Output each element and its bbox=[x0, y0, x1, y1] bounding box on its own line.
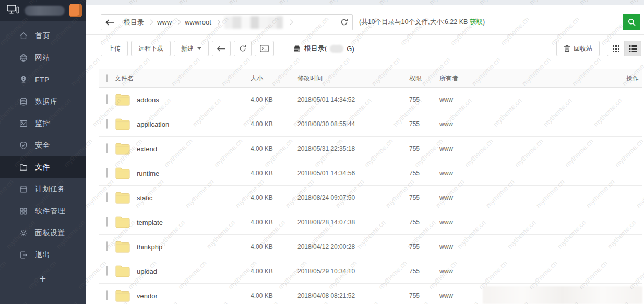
remote-download-button[interactable]: 远程下载 bbox=[131, 41, 171, 56]
row-checkbox[interactable] bbox=[106, 266, 108, 276]
upload-button[interactable]: 上传 bbox=[101, 41, 128, 56]
folder-icon bbox=[115, 289, 130, 302]
file-name[interactable]: extend bbox=[137, 145, 157, 153]
sidebar-item-security[interactable]: 安全 bbox=[0, 135, 86, 156]
table-row[interactable]: static 4.00 KB 2018/08/24 09:07:50 755 w… bbox=[99, 186, 642, 210]
table-row[interactable]: upload 4.00 KB 2018/05/29 10:34:10 755 w… bbox=[99, 259, 642, 284]
file-name[interactable]: runtime bbox=[137, 169, 159, 177]
new-dropdown-button[interactable]: 新建 bbox=[174, 41, 209, 56]
root-disk-label[interactable]: 根目录(G) bbox=[293, 44, 354, 53]
root-label-suffix: G) bbox=[347, 45, 354, 53]
col-header-perm[interactable]: 权限 bbox=[409, 74, 439, 83]
file-perm[interactable]: 755 bbox=[409, 243, 439, 250]
root-label-prefix: 根目录( bbox=[304, 44, 327, 53]
file-mtime: 2018/04/12 20:00:28 bbox=[297, 243, 409, 250]
table-row[interactable]: thinkphp 4.00 KB 2018/04/12 20:00:28 755… bbox=[99, 235, 642, 259]
sidebar-item-logout[interactable]: 退出 bbox=[0, 244, 86, 266]
file-perm[interactable]: 755 bbox=[409, 120, 439, 128]
file-owner: www bbox=[439, 96, 611, 103]
row-checkbox[interactable] bbox=[106, 290, 108, 300]
sidebar-item-database[interactable]: 数据库 bbox=[0, 91, 86, 113]
row-checkbox[interactable] bbox=[106, 217, 108, 227]
folder-icon bbox=[115, 191, 130, 204]
sidebar-item-home[interactable]: 首页 bbox=[0, 25, 86, 47]
logout-icon bbox=[19, 250, 28, 260]
row-checkbox[interactable] bbox=[106, 94, 108, 104]
file-size: 4.00 KB bbox=[251, 218, 297, 226]
breadcrumb-wwwroot[interactable]: wwwroot bbox=[185, 18, 211, 26]
file-perm[interactable]: 755 bbox=[409, 96, 439, 103]
file-perm[interactable]: 755 bbox=[409, 267, 439, 275]
col-header-mtime[interactable]: 修改时间 bbox=[297, 74, 409, 83]
stats-get-link[interactable]: 获取 bbox=[470, 18, 483, 26]
grid-view-button[interactable] bbox=[607, 41, 624, 56]
list-view-button[interactable] bbox=[624, 41, 641, 56]
terminal-icon bbox=[260, 45, 269, 52]
back-button[interactable] bbox=[212, 41, 231, 56]
row-checkbox[interactable] bbox=[106, 143, 108, 153]
trash-icon bbox=[564, 45, 570, 52]
file-perm[interactable]: 755 bbox=[409, 145, 439, 152]
brand-logo[interactable] bbox=[69, 4, 82, 17]
recycle-label: 回收站 bbox=[574, 44, 592, 53]
folder-icon bbox=[115, 216, 130, 229]
terminal-button[interactable] bbox=[255, 41, 274, 56]
file-name[interactable]: static bbox=[137, 194, 152, 202]
stats-text: (共10个目录与10个文件,大小:6.22 KB bbox=[359, 18, 470, 26]
sidebar-nav: 首页 网站 FTP 数据库 监控 安全 bbox=[0, 21, 86, 266]
file-perm[interactable]: 755 bbox=[409, 194, 439, 201]
file-owner: www bbox=[439, 267, 611, 275]
search-input[interactable] bbox=[495, 14, 623, 30]
file-name[interactable]: addons bbox=[137, 96, 159, 104]
search-button[interactable] bbox=[623, 14, 640, 30]
col-header-size[interactable]: 大小 bbox=[251, 74, 297, 83]
table-row[interactable]: runtime 4.00 KB 2018/05/01 14:34:56 755 … bbox=[99, 161, 642, 186]
file-name[interactable]: upload bbox=[137, 267, 157, 275]
table-row[interactable]: extend 4.00 KB 2018/05/31 22:35:18 755 w… bbox=[99, 137, 642, 161]
sidebar-item-files[interactable]: 文件 bbox=[0, 156, 86, 178]
table-row[interactable]: addons 4.00 KB 2018/05/01 14:34:52 755 w… bbox=[99, 88, 642, 112]
breadcrumb-items: 根目录 www wwwroot bbox=[118, 15, 336, 30]
breadcrumb-back-button[interactable] bbox=[101, 15, 118, 30]
file-perm[interactable]: 755 bbox=[409, 218, 439, 226]
row-checkbox[interactable] bbox=[106, 119, 108, 129]
file-name[interactable]: template bbox=[137, 218, 163, 226]
row-checkbox[interactable] bbox=[106, 192, 108, 202]
main-content: 根目录 www wwwroot (共10个目录与10个文件,大小:6.22 KB… bbox=[86, 0, 644, 304]
recycle-bin-button[interactable]: 回收站 bbox=[556, 41, 600, 56]
refresh-button[interactable] bbox=[234, 41, 252, 56]
dir-stats: (共10个目录与10个文件,大小:6.22 KB 获取) bbox=[359, 14, 485, 30]
row-checkbox[interactable] bbox=[106, 168, 108, 178]
file-perm[interactable]: 755 bbox=[409, 169, 439, 177]
select-all-checkbox[interactable] bbox=[106, 74, 108, 82]
sidebar-item-settings[interactable]: 面板设置 bbox=[0, 222, 86, 244]
chart-frame-icon bbox=[19, 119, 28, 128]
file-mtime: 2018/05/31 22:35:18 bbox=[297, 145, 409, 152]
file-name[interactable]: application bbox=[137, 120, 169, 128]
breadcrumb-refresh-button[interactable] bbox=[336, 15, 352, 30]
col-header-owner[interactable]: 所有者 bbox=[439, 74, 611, 83]
sidebar-item-label: 监控 bbox=[35, 119, 50, 128]
sidebar-item-monitor[interactable]: 监控 bbox=[0, 113, 86, 135]
chevron-right-icon bbox=[148, 20, 153, 25]
col-header-filename[interactable]: 文件名 bbox=[115, 74, 251, 83]
table-row[interactable]: application 4.00 KB 2018/08/30 08:55:44 … bbox=[99, 112, 642, 137]
table-row[interactable]: template 4.00 KB 2018/08/28 14:07:38 755… bbox=[99, 210, 642, 235]
file-size: 4.00 KB bbox=[251, 145, 297, 152]
file-name[interactable]: thinkphp bbox=[137, 243, 162, 251]
blurred-action-strip bbox=[483, 286, 642, 304]
sidebar-item-website[interactable]: 网站 bbox=[0, 47, 86, 69]
sidebar-item-cron[interactable]: 计划任务 bbox=[0, 178, 86, 200]
breadcrumb-www[interactable]: www bbox=[157, 18, 172, 26]
sidebar-item-ftp[interactable]: FTP bbox=[0, 69, 86, 91]
file-name[interactable]: vendor bbox=[137, 292, 158, 300]
row-checkbox[interactable] bbox=[106, 241, 108, 251]
file-size: 4.00 KB bbox=[251, 120, 297, 128]
sidebar-item-software[interactable]: 软件管理 bbox=[0, 200, 86, 222]
file-toolbar: 上传 远程下载 新建 根目录(G) bbox=[101, 41, 354, 56]
sidebar-item-label: 计划任务 bbox=[35, 185, 65, 194]
sidebar-add-button[interactable]: + bbox=[0, 267, 86, 291]
breadcrumb-root[interactable]: 根目录 bbox=[124, 18, 144, 27]
blurred-path-segment bbox=[224, 16, 283, 29]
file-perm[interactable]: 755 bbox=[409, 292, 439, 299]
